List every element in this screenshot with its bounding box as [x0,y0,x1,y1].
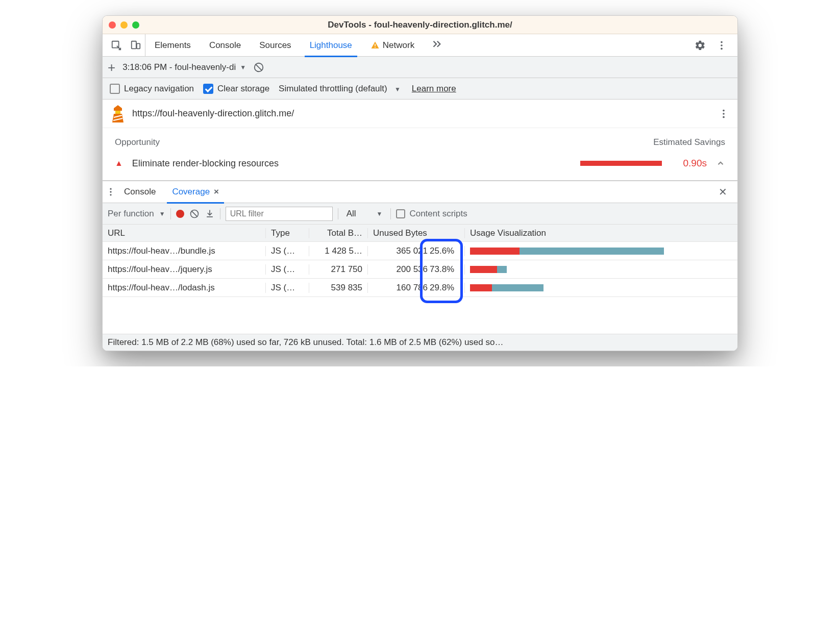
opportunity-title: Eliminate render-blocking resources [132,158,571,169]
chevron-up-icon [716,159,725,168]
opportunity-header: Opportunity Estimated Savings [103,128,737,152]
cell-url: https://foul-heav…/lodash.js [103,283,266,293]
more-tabs-icon[interactable] [424,34,449,57]
learn-more-link[interactable]: Learn more [412,84,456,94]
svg-point-6 [721,44,723,46]
separator [338,208,338,219]
cell-unused: 160 78629.8% [368,283,465,293]
cell-type: JS (… [266,246,309,256]
svg-marker-10 [114,105,122,111]
throttling-dropdown[interactable]: Simulated throttling (default) ▼ [279,84,401,94]
settings-icon[interactable] [690,34,710,57]
coverage-table: URL Type Total B… Unused Bytes Usage Vis… [103,225,737,334]
chevron-down-icon: ▼ [240,64,246,71]
close-drawer-icon[interactable]: ✕ [711,186,734,198]
cell-total: 1 428 5… [309,246,368,256]
col-total[interactable]: Total B… [309,228,368,238]
savings-value: 0.90s [671,158,707,169]
drawer-tab-console[interactable]: Console [116,181,164,203]
col-type[interactable]: Type [266,228,309,238]
titlebar: DevTools - foul-heavenly-direction.glitc… [103,16,737,34]
main-toolbar: Elements Console Sources Lighthouse Netw… [103,34,737,57]
tab-label: Console [124,187,156,197]
type-filter-dropdown[interactable]: All ▼ [343,209,386,219]
cell-viz [465,266,737,273]
tab-sources[interactable]: Sources [250,34,300,57]
coverage-toolbar: Per function ▼ All ▼ Content scripts [103,203,737,225]
throttling-label: Simulated throttling (default) [279,84,387,93]
report-menu-icon[interactable] [718,108,729,119]
record-icon [176,210,184,218]
svg-point-5 [721,41,723,43]
checkbox-label: Clear storage [217,84,269,94]
checkbox-icon [110,84,120,94]
type-filter-label: All [347,209,356,219]
device-toggle-icon[interactable] [126,34,145,57]
coverage-mode-dropdown[interactable]: Per function ▼ [108,209,165,219]
drawer-tab-coverage[interactable]: Coverage × [164,181,227,203]
separator [170,208,171,219]
table-row[interactable]: https://foul-heav…/lodash.jsJS (…539 835… [103,279,737,297]
tab-label: Sources [259,40,291,51]
tab-console[interactable]: Console [200,34,250,57]
checkbox-label: Legacy navigation [124,84,194,94]
table-row[interactable]: https://foul-heav…/jquery.jsJS (…271 750… [103,260,737,279]
lighthouse-icon [111,105,125,122]
tab-network[interactable]: Network [361,34,424,57]
session-dropdown[interactable]: 3:18:06 PM - foul-heavenly-di ▼ [122,62,246,72]
kebab-menu-icon[interactable] [712,34,731,57]
svg-rect-4 [375,47,376,48]
checkbox-icon [203,84,213,94]
content-scripts-checkbox[interactable]: Content scripts [396,209,467,219]
tab-label: Console [209,40,241,51]
svg-rect-1 [131,41,136,48]
cell-total: 539 835 [309,283,368,293]
chevron-down-icon: ▼ [159,210,165,217]
cell-viz [465,284,737,291]
svg-point-18 [110,188,111,190]
clear-button[interactable] [189,209,200,219]
col-url[interactable]: URL [103,228,266,238]
cell-url: https://foul-heav…/bundle.js [103,246,266,256]
inspect-element-icon[interactable] [107,34,126,57]
tab-lighthouse[interactable]: Lighthouse [301,34,361,57]
coverage-status-bar: Filtered: 1.5 MB of 2.2 MB (68%) used so… [103,334,737,351]
warning-icon [370,41,380,50]
new-report-button[interactable]: + [108,61,115,74]
col-unused[interactable]: Unused Bytes [368,228,465,238]
tab-label: Lighthouse [310,40,352,51]
tab-label: Coverage [172,187,210,197]
chevron-down-icon: ▼ [394,86,401,93]
opportunity-col: Opportunity [115,137,160,147]
opportunity-row[interactable]: ▲ Eliminate render-blocking resources 0.… [103,152,737,180]
devtools-window: DevTools - foul-heavenly-direction.glitc… [102,15,738,351]
svg-rect-3 [375,44,376,46]
svg-line-22 [191,211,197,217]
legacy-navigation-checkbox[interactable]: Legacy navigation [110,84,194,94]
svg-point-15 [723,109,725,111]
drawer-menu-icon[interactable] [106,187,116,197]
main-tabs: Elements Console Sources Lighthouse Netw… [145,34,690,57]
record-button[interactable] [176,210,184,218]
cell-total: 271 750 [309,264,368,275]
checkbox-icon [396,209,405,218]
close-tab-icon[interactable]: × [214,187,219,197]
export-button[interactable] [205,209,215,219]
table-row[interactable]: https://foul-heav…/bundle.jsJS (…1 428 5… [103,242,737,260]
clear-storage-checkbox[interactable]: Clear storage [203,84,269,94]
svg-line-9 [256,64,262,70]
table-header: URL Type Total B… Unused Bytes Usage Vis… [103,225,737,242]
chevron-down-icon: ▼ [377,210,383,217]
mode-label: Per function [108,209,154,219]
svg-point-19 [110,191,111,192]
tab-label: Network [383,40,414,51]
report-url: https://foul-heavenly-direction.glitch.m… [132,108,711,119]
savings-bar [580,161,662,166]
col-viz[interactable]: Usage Visualization [465,228,737,238]
tab-label: Elements [155,40,191,51]
separator [220,208,220,219]
lighthouse-options: Legacy navigation Clear storage Simulate… [103,78,737,100]
tab-elements[interactable]: Elements [145,34,200,57]
clear-icon[interactable] [253,62,264,73]
url-filter-input[interactable] [226,207,333,221]
